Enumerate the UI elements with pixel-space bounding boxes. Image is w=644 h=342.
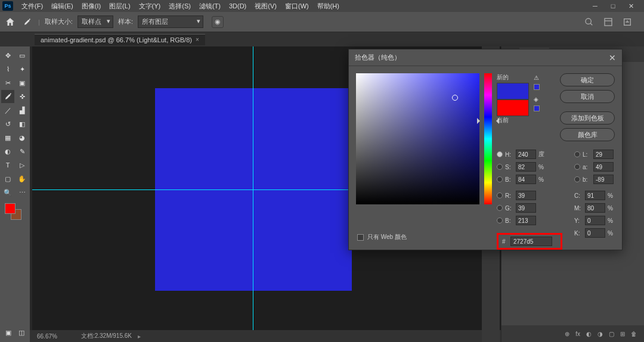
- edit-toolbar[interactable]: ⋯: [16, 186, 29, 199]
- radio-lab-b[interactable]: [574, 176, 580, 182]
- current-color-label: 当前: [497, 116, 529, 125]
- link-icon[interactable]: ⊕: [565, 331, 569, 337]
- input-hex[interactable]: [510, 237, 552, 246]
- type-tool[interactable]: T: [1, 158, 14, 172]
- current-color-swatch[interactable]: [497, 100, 529, 116]
- eyedropper-tool[interactable]: [1, 90, 14, 103]
- frame-tool[interactable]: ▣: [16, 76, 29, 89]
- input-b-rgb[interactable]: [516, 216, 536, 225]
- zoom-tool[interactable]: 🔍: [1, 186, 14, 199]
- quick-mask-icon[interactable]: ▣: [4, 328, 13, 337]
- radio-g[interactable]: [497, 205, 503, 211]
- lasso-tool[interactable]: ⌇: [1, 63, 14, 76]
- radio-h[interactable]: [497, 151, 503, 157]
- tab-close-icon[interactable]: ×: [196, 36, 199, 43]
- marquee-tool[interactable]: ▭: [16, 49, 29, 62]
- foreground-color[interactable]: [5, 203, 16, 214]
- menu-select[interactable]: 选择(S): [165, 1, 194, 12]
- cancel-button[interactable]: 取消: [560, 90, 615, 103]
- dodge-tool[interactable]: ◐: [1, 145, 14, 158]
- document-tab[interactable]: animated-gradient.psd @ 66.7% (Light&Lut…: [35, 34, 205, 45]
- input-y[interactable]: [585, 216, 605, 225]
- websafe-swatch[interactable]: [534, 105, 540, 111]
- folder-icon[interactable]: ▢: [609, 331, 614, 337]
- web-only-checkbox[interactable]: [357, 234, 364, 241]
- gradient-tool[interactable]: ▦: [1, 131, 14, 144]
- color-swatches[interactable]: [1, 203, 29, 226]
- radio-s[interactable]: [497, 164, 503, 170]
- maximize-icon[interactable]: □: [609, 2, 617, 10]
- menu-filter[interactable]: 滤镜(T): [196, 1, 224, 12]
- input-g[interactable]: [516, 203, 536, 213]
- sample-size-dropdown[interactable]: 取样点: [78, 15, 113, 28]
- add-swatch-button[interactable]: 添加到色板: [560, 111, 615, 125]
- input-m[interactable]: [585, 203, 605, 213]
- rectangle-tool[interactable]: ▢: [1, 172, 14, 185]
- hand-tool[interactable]: ✋: [16, 172, 29, 185]
- menu-3d[interactable]: 3D(D): [225, 1, 250, 11]
- dialog-close-icon[interactable]: ✕: [609, 53, 616, 63]
- menu-image[interactable]: 图像(I): [78, 1, 104, 12]
- hue-cursor[interactable]: [482, 120, 494, 122]
- radio-l[interactable]: [574, 151, 580, 157]
- input-l[interactable]: [593, 150, 614, 159]
- path-select-tool[interactable]: ▷: [16, 158, 29, 172]
- trash-icon[interactable]: 🗑: [631, 331, 637, 337]
- color-library-button[interactable]: 颜色库: [560, 128, 615, 141]
- brush-tool[interactable]: ／: [1, 104, 14, 117]
- zoom-level[interactable]: 66.67%: [37, 333, 57, 340]
- menu-type[interactable]: 文字(Y): [135, 1, 165, 12]
- screen-mode-icon[interactable]: ◫: [17, 328, 26, 337]
- input-r[interactable]: [516, 191, 536, 200]
- input-b-hsb[interactable]: [516, 175, 536, 184]
- websafe-warning-icon[interactable]: ◈: [534, 96, 541, 103]
- radio-a[interactable]: [574, 164, 580, 170]
- input-h[interactable]: [516, 150, 536, 159]
- radio-r[interactable]: [497, 192, 503, 198]
- doc-info[interactable]: 文档:2.32M/915.6K: [81, 332, 132, 340]
- menu-view[interactable]: 视图(V): [251, 1, 280, 12]
- sample-layers-dropdown[interactable]: 所有图层: [138, 15, 203, 28]
- menu-edit[interactable]: 编辑(E): [48, 1, 77, 12]
- stamp-tool[interactable]: ▟: [16, 104, 29, 117]
- healing-brush-tool[interactable]: ✜: [16, 90, 29, 103]
- vertical-guide[interactable]: [253, 46, 253, 330]
- gamut-warning-icon[interactable]: ⚠: [534, 74, 541, 82]
- gamut-swatch[interactable]: [534, 84, 540, 90]
- menu-file[interactable]: 文件(F): [18, 1, 47, 12]
- color-field[interactable]: [356, 73, 479, 204]
- share-icon[interactable]: [623, 17, 632, 27]
- home-icon[interactable]: [5, 17, 16, 27]
- status-bar: 66.67% 文档:2.32M/915.6K ▸: [30, 330, 501, 342]
- search-icon[interactable]: [584, 17, 594, 27]
- ok-button[interactable]: 确定: [560, 73, 615, 86]
- input-s[interactable]: [516, 162, 536, 172]
- workspace-icon[interactable]: [603, 17, 613, 27]
- input-k[interactable]: [585, 228, 605, 238]
- crop-tool[interactable]: ✂: [1, 76, 14, 89]
- history-brush-tool[interactable]: ↺: [1, 117, 14, 130]
- mask-icon[interactable]: ◐: [586, 331, 592, 337]
- tool-preset-icon[interactable]: [20, 16, 33, 28]
- show-sampling-ring-icon[interactable]: ◉: [212, 16, 224, 28]
- close-icon[interactable]: ✕: [627, 2, 634, 10]
- minimize-icon[interactable]: ─: [592, 2, 599, 10]
- radio-b-rgb[interactable]: [497, 217, 503, 223]
- input-a[interactable]: [593, 162, 614, 172]
- color-field-cursor[interactable]: [452, 95, 458, 101]
- blur-tool[interactable]: ◕: [16, 131, 29, 144]
- menu-layer[interactable]: 图层(L): [106, 1, 134, 12]
- menu-window[interactable]: 窗口(W): [281, 1, 312, 12]
- eraser-tool[interactable]: ◧: [16, 117, 29, 130]
- move-tool[interactable]: ✥: [1, 49, 14, 62]
- pen-tool[interactable]: ✎: [16, 145, 29, 158]
- adjustment-icon[interactable]: ◑: [597, 331, 603, 337]
- input-c[interactable]: [585, 191, 605, 200]
- quick-select-tool[interactable]: ✦: [16, 63, 29, 76]
- input-lab-b[interactable]: [593, 175, 614, 184]
- menu-help[interactable]: 帮助(H): [314, 1, 343, 12]
- fx-icon[interactable]: fx: [575, 331, 580, 337]
- hue-slider[interactable]: [484, 73, 492, 204]
- new-layer-icon[interactable]: ⊞: [620, 331, 625, 337]
- radio-b[interactable]: [497, 176, 503, 182]
